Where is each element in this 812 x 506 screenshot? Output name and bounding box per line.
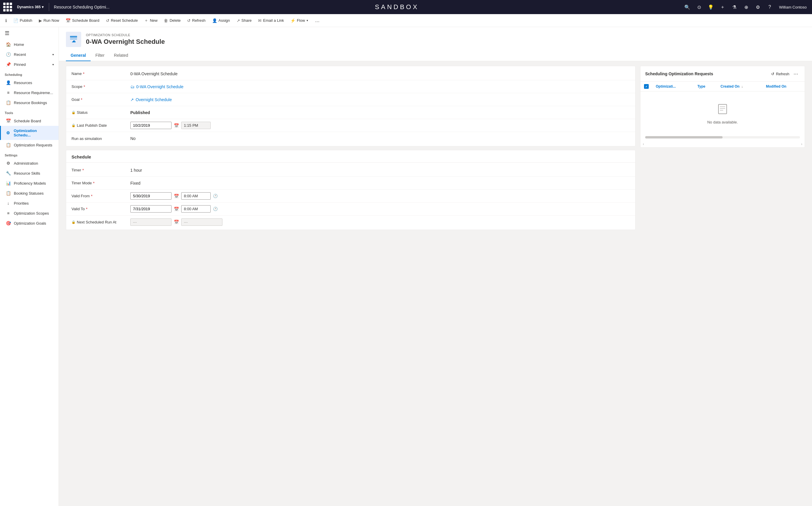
delete-button[interactable]: 🗑 Delete [161,16,183,25]
follow-icon[interactable]: ⊕ [741,2,751,12]
table-header-type[interactable]: Type [694,82,717,91]
proficiency-icon: 📊 [6,181,11,185]
valid-from-date-input[interactable] [130,192,171,200]
info-button[interactable]: ℹ [2,16,10,25]
schedule-board-button[interactable]: 📅 Schedule Board [63,16,102,25]
run-icon: ▶ [39,18,42,23]
field-valid-from-label: Valid From * [72,194,130,198]
next-run-lock-icon: 🔒 [72,220,76,224]
table-scroll-thumb [645,136,723,139]
next-run-calendar-icon[interactable]: 📅 [174,220,179,224]
share-icon: ↗ [236,18,240,23]
pinned-icon: 📌 [6,62,11,67]
field-next-run-row: 🔒 Next Scheduled Run At 📅 [66,216,635,229]
sidebar-item-administration[interactable]: ⚙ Administration [0,158,59,168]
add-icon[interactable]: ＋ [717,2,728,12]
settings-icon[interactable]: ⚙ [753,2,763,12]
field-valid-from-value: 📅 🕐 [130,192,630,200]
requests-refresh-button[interactable]: ↺ Refresh [769,71,792,77]
last-publish-date-input[interactable] [130,122,171,129]
section-scheduling-label: Scheduling [0,69,59,78]
valid-to-time-icon: 🕐 [213,207,218,211]
refresh-button[interactable]: ↺ Refresh [184,16,209,25]
sidebar-item-recent[interactable]: 🕐 Recent ▾ [0,50,59,59]
field-timer-value: 1 hour [130,168,630,173]
last-publish-lock-icon: 🔒 [72,123,76,127]
email-link-button[interactable]: ✉ Email a Link [255,16,287,25]
no-data-container: No data available. [641,91,805,136]
run-now-button[interactable]: ▶ Run Now [36,16,62,25]
sidebar-item-optimization-goals[interactable]: 🎯 Optimization Goals [0,218,59,228]
help-icon[interactable]: ? [764,2,775,12]
sidebar-item-optimization-scopes[interactable]: ≡ Optimization Scopes [0,208,59,218]
share-button[interactable]: ↗ Share [234,16,255,25]
new-button[interactable]: ＋ New [141,16,160,25]
more-commands-button[interactable]: ... [313,16,322,25]
next-run-time-input [181,219,222,226]
field-goal-row: Goal * ↗ Overnight Schedule [66,93,635,106]
sidebar-item-booking-statuses[interactable]: 📋 Booking Statuses [0,188,59,198]
form-content: Name * 0-WA Overnight Schedule Scope * [59,61,812,235]
field-valid-to-row: Valid To * 📅 🕐 [66,202,635,216]
sidebar-item-resource-skills[interactable]: 🔧 Resource Skills [0,168,59,178]
sidebar-toggle-button[interactable]: ☰ [0,27,59,39]
sidebar-item-pinned[interactable]: 📌 Pinned ▾ [0,59,59,69]
sidebar-item-schedule-board[interactable]: 📅 Schedule Board [0,116,59,126]
sidebar-item-proficiency-models[interactable]: 📊 Proficiency Models [0,178,59,188]
valid-to-time-input[interactable] [181,205,211,213]
sidebar-item-resources[interactable]: 👤 Resources [0,78,59,88]
select-all-checkbox[interactable]: ✓ [644,84,649,89]
table-header-created-on[interactable]: Created On ↓ [717,82,762,91]
user-name[interactable]: William Contoso [776,4,810,11]
publish-button[interactable]: 📄 Publish [10,16,35,25]
notifications-icon[interactable]: 💡 [706,2,716,12]
assign-button[interactable]: 👤 Assign [209,16,233,25]
table-header-optimization[interactable]: Optimizati... [652,82,694,91]
field-name-label: Name * [72,71,130,76]
field-scope-row: Scope * 🗂 0-WA Overnight Schedule [66,80,635,93]
favorites-icon[interactable]: ⊙ [694,2,704,12]
requests-more-button[interactable]: ⋯ [792,70,800,78]
reset-schedule-button[interactable]: ↺ Reset Schedule [103,16,141,25]
field-last-publish-value: 📅 [130,122,630,129]
schedule-form-rows: Timer * 1 hour Timer Mode * Fixed [66,163,635,230]
tab-filter[interactable]: Filter [91,51,109,61]
next-run-date-input [130,219,171,226]
tab-general[interactable]: General [66,51,91,61]
table-header-modified-on[interactable]: Modified On [762,82,805,91]
sidebar-item-resource-bookings[interactable]: 📋 Resource Bookings [0,98,59,108]
brand-name[interactable]: Dynamics 365 ▾ [14,3,47,11]
table-scroll-bar[interactable] [645,136,800,139]
field-goal-value[interactable]: ↗ Overnight Schedule [130,97,630,102]
filter-icon[interactable]: ⚗ [729,2,740,12]
content-area: OPTIMIZATION SCHEDULE 0-WA Overnight Sch… [59,27,812,506]
table-check-header[interactable]: ✓ [641,82,652,91]
section-settings-label: Settings [0,150,59,158]
flow-button[interactable]: ⚡ Flow ▾ [287,16,311,25]
field-scope-value[interactable]: 🗂 0-WA Overnight Schedule [130,84,630,89]
tab-related[interactable]: Related [109,51,133,61]
record-subtitle: OPTIMIZATION SCHEDULE [86,33,805,37]
valid-to-calendar-icon[interactable]: 📅 [174,207,179,212]
field-timer-row: Timer * 1 hour [66,164,635,177]
form-right: Scheduling Optimization Requests ↺ Refre… [640,66,805,230]
sidebar-item-optimization-schedule[interactable]: ⚙ Optimization Schedu... [0,126,59,140]
timer-required-indicator: * [82,168,84,173]
search-icon[interactable]: 🔍 [682,2,692,12]
sidebar-item-resource-requirements[interactable]: ≡ Resource Requireme... [0,88,59,98]
table-next-arrow[interactable]: › [801,142,802,146]
app-switcher-button[interactable] [2,2,13,12]
sidebar-item-home[interactable]: 🏠 Home [0,39,59,50]
valid-to-date-input[interactable] [130,205,171,213]
valid-from-time-input[interactable] [181,192,211,200]
requests-table: ✓ Optimizati... Type Created On [641,82,805,136]
flow-icon: ⚡ [290,18,295,23]
valid-from-calendar-icon[interactable]: 📅 [174,194,179,198]
sidebar-item-priorities[interactable]: ↓ Priorities [0,198,59,208]
last-publish-calendar-icon[interactable]: 📅 [174,123,179,128]
table-prev-arrow[interactable]: ‹ [643,142,644,146]
flow-chevron-icon: ▾ [307,19,308,22]
sidebar-item-optimization-requests[interactable]: 📋 Optimization Requests [0,140,59,150]
info-icon: ℹ [5,18,7,23]
command-bar: ℹ 📄 Publish ▶ Run Now 📅 Schedule Board ↺… [0,14,812,27]
